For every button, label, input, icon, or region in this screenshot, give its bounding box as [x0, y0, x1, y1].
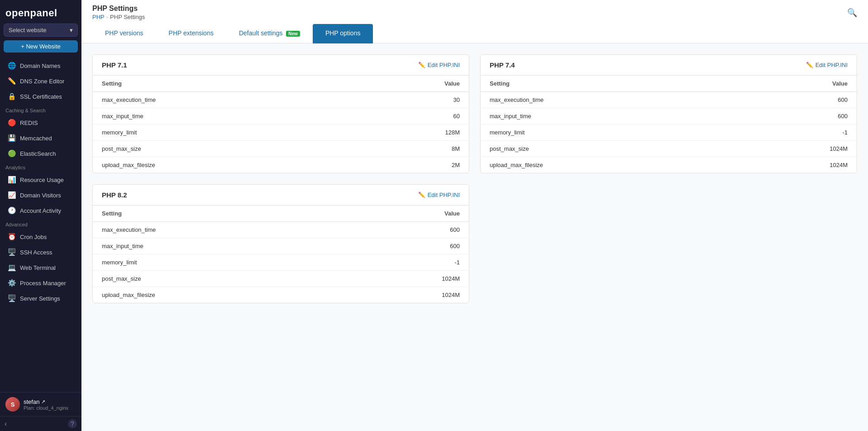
php71-col-setting: Setting — [93, 76, 349, 92]
app-logo: openpanel — [0, 0, 81, 24]
value-cell: -1 — [731, 125, 857, 141]
section-caching: Caching & Search — [0, 104, 81, 115]
topbar: PHP Settings PHP › PHP Settings 🔍 — [81, 0, 868, 20]
sidebar-item-label: Domain Visitors — [20, 192, 61, 199]
user-info: stefan ↗ Plan: cloud_4_nginx — [24, 398, 76, 411]
sidebar-item-label: Process Manager — [20, 280, 66, 287]
php82-table: Setting Value max_execution_time600max_i… — [93, 206, 469, 303]
sidebar-item-web-terminal[interactable]: 💻 Web Terminal — [2, 260, 80, 275]
tab-php-versions[interactable]: PHP versions — [92, 24, 156, 43]
process-icon: ⚙️ — [7, 279, 16, 287]
table-row: post_max_size1024M — [481, 141, 857, 157]
sidebar-item-server-settings[interactable]: 🖥️ Server Settings — [2, 291, 80, 306]
avatar: S — [5, 397, 20, 412]
collapse-sidebar-button[interactable]: ‹ — [5, 420, 7, 428]
section-analytics: Analytics — [0, 161, 81, 172]
setting-cell: max_execution_time — [481, 92, 731, 108]
page-title: PHP Settings — [92, 5, 847, 13]
breadcrumb-current: PHP Settings — [110, 14, 145, 20]
php82-edit-button[interactable]: ✏️ Edit PHP.INI — [418, 192, 460, 198]
value-cell: 1024M — [731, 141, 857, 157]
php74-table: Setting Value max_execution_time600max_i… — [481, 76, 857, 173]
table-row: post_max_size8M — [93, 141, 469, 157]
username: stefan ↗ — [24, 398, 76, 405]
setting-cell: upload_max_filesize — [93, 157, 349, 173]
web-terminal-icon: 💻 — [7, 263, 16, 272]
setting-cell: max_input_time — [481, 108, 731, 125]
external-link-icon: ↗ — [41, 399, 45, 405]
sidebar-item-memcached[interactable]: 💾 Memcached — [2, 130, 80, 146]
php82-title: PHP 8.2 — [102, 191, 127, 199]
php71-table: Setting Value max_execution_time30max_in… — [93, 76, 469, 173]
php74-col-value: Value — [731, 76, 857, 92]
help-icon[interactable]: ? — [68, 419, 77, 428]
page-title-area: PHP Settings PHP › PHP Settings — [92, 5, 847, 20]
sidebar-item-account-activity[interactable]: 🕐 Account Activity — [2, 203, 80, 218]
sidebar-item-label: DNS Zone Editor — [20, 78, 64, 85]
search-icon[interactable]: 🔍 — [847, 8, 857, 18]
user-profile[interactable]: S stefan ↗ Plan: cloud_4_nginx — [0, 392, 81, 416]
new-badge: New — [286, 31, 300, 37]
setting-cell: memory_limit — [481, 125, 731, 141]
table-row: memory_limit-1 — [481, 125, 857, 141]
value-cell: 60 — [349, 108, 469, 125]
chevron-down-icon: ▾ — [70, 27, 73, 34]
visitors-icon: 📈 — [7, 191, 16, 199]
php82-col-value: Value — [343, 206, 469, 222]
sidebar-item-label: Cron Jobs — [20, 234, 47, 240]
table-row: max_execution_time600 — [481, 92, 857, 108]
tab-default-settings[interactable]: Default settings New — [226, 24, 313, 43]
sidebar-item-label: SSH Access — [20, 249, 52, 256]
setting-cell: memory_limit — [93, 254, 343, 271]
php74-panel: PHP 7.4 ✏️ Edit PHP.INI Setting Value ma… — [480, 54, 857, 173]
sidebar-item-redis[interactable]: 🔴 REDIS — [2, 115, 80, 130]
breadcrumb-separator: › — [106, 14, 108, 20]
value-cell: 8M — [349, 141, 469, 157]
setting-cell: upload_max_filesize — [93, 287, 343, 303]
table-row: max_execution_time600 — [93, 222, 469, 238]
content-area: PHP 7.1 ✏️ Edit PHP.INI Setting Value ma… — [81, 43, 868, 431]
setting-cell: post_max_size — [93, 271, 343, 287]
php71-header: PHP 7.1 ✏️ Edit PHP.INI — [93, 55, 469, 76]
table-row: upload_max_filesize1024M — [93, 287, 469, 303]
sidebar-item-label: Memcached — [20, 135, 52, 142]
sidebar-item-dns-zone-editor[interactable]: ✏️ DNS Zone Editor — [2, 73, 80, 89]
php74-edit-button[interactable]: ✏️ Edit PHP.INI — [806, 62, 848, 68]
breadcrumb: PHP › PHP Settings — [92, 14, 847, 20]
sidebar-item-ssl-certificates[interactable]: 🔒 SSL Certificates — [2, 89, 80, 104]
value-cell: 30 — [349, 92, 469, 108]
sidebar-item-domain-names[interactable]: 🌐 Domain Names — [2, 58, 80, 73]
sidebar-item-elasticsearch[interactable]: 🟢 ElasticSearch — [2, 146, 80, 161]
value-cell: 600 — [731, 92, 857, 108]
table-row: max_input_time600 — [481, 108, 857, 125]
php71-edit-button[interactable]: ✏️ Edit PHP.INI — [418, 62, 460, 68]
pencil-icon: ✏️ — [806, 62, 813, 68]
value-cell: 1024M — [731, 157, 857, 173]
lock-icon: 🔒 — [7, 92, 16, 101]
sidebar-item-label: Web Terminal — [20, 264, 56, 271]
setting-cell: max_execution_time — [93, 92, 349, 108]
php82-col-setting: Setting — [93, 206, 343, 222]
main-content: PHP Settings PHP › PHP Settings 🔍 PHP ve… — [81, 0, 868, 431]
php82-panel: PHP 8.2 ✏️ Edit PHP.INI Setting Value ma… — [92, 184, 469, 303]
sidebar-item-cron-jobs[interactable]: ⏰ Cron Jobs — [2, 229, 80, 244]
activity-icon: 🕐 — [7, 206, 16, 215]
sidebar-item-domain-visitors[interactable]: 📈 Domain Visitors — [2, 187, 80, 203]
php71-panel: PHP 7.1 ✏️ Edit PHP.INI Setting Value ma… — [92, 54, 469, 173]
setting-cell: upload_max_filesize — [481, 157, 731, 173]
sidebar-bottom-bar: ‹ ? — [0, 416, 81, 431]
sidebar-item-ssh-access[interactable]: 🖥️ SSH Access — [2, 244, 80, 260]
sidebar-item-process-manager[interactable]: ⚙️ Process Manager — [2, 275, 80, 291]
new-website-button[interactable]: + New Website — [4, 40, 78, 53]
edit-icon: ✏️ — [7, 77, 16, 85]
tab-php-extensions[interactable]: PHP extensions — [156, 24, 226, 43]
table-row: max_input_time60 — [93, 108, 469, 125]
value-cell: 128M — [349, 125, 469, 141]
select-website-dropdown[interactable]: Select website ▾ — [4, 24, 78, 37]
chart-icon: 📊 — [7, 176, 16, 184]
sidebar-item-resource-usage[interactable]: 📊 Resource Usage — [2, 172, 80, 187]
table-row: memory_limit-1 — [93, 254, 469, 271]
breadcrumb-parent[interactable]: PHP — [92, 14, 105, 20]
section-advanced: Advanced — [0, 218, 81, 229]
tab-php-options[interactable]: PHP options — [313, 24, 373, 43]
